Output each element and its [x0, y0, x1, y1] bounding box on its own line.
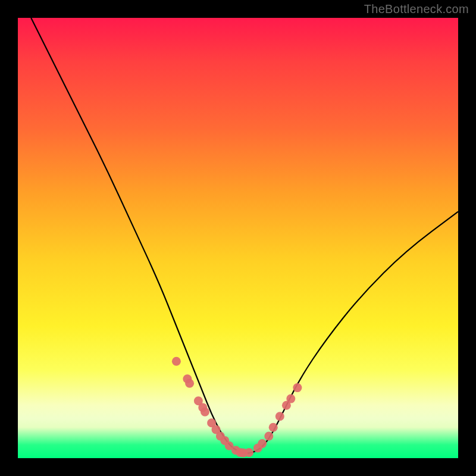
highlight-dot: [269, 423, 278, 432]
highlight-dot: [245, 448, 253, 457]
dots-layer: [172, 357, 302, 458]
highlight-dot: [185, 379, 194, 388]
chart-frame: TheBottleneck.com: [0, 0, 476, 476]
curve-layer: [31, 18, 458, 453]
highlight-dot: [258, 439, 267, 448]
highlight-dot: [293, 383, 302, 392]
highlight-dot: [264, 432, 273, 441]
chart-svg: [18, 18, 458, 458]
highlight-dot: [201, 408, 209, 416]
highlight-dot: [275, 412, 284, 421]
plot-area: [18, 18, 458, 458]
bottleneck-curve: [31, 18, 458, 453]
highlight-dot: [286, 394, 295, 403]
attribution-text: TheBottleneck.com: [364, 2, 469, 16]
highlight-dot: [172, 357, 181, 366]
